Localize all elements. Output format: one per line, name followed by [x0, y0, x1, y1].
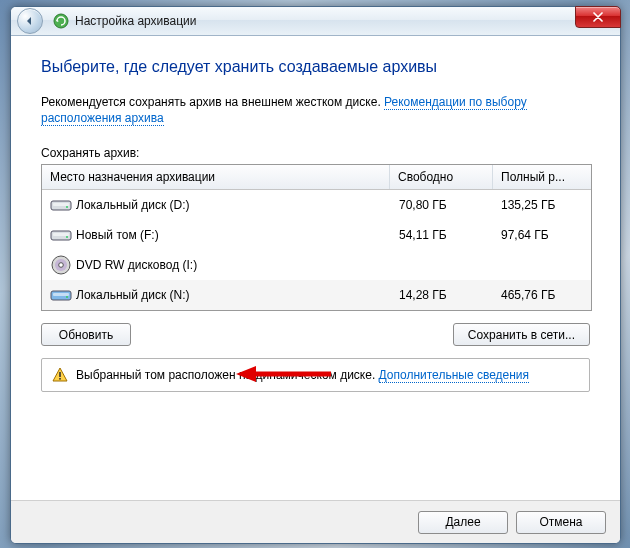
- close-button[interactable]: [575, 6, 621, 28]
- drive-row[interactable]: Новый том (F:)54,11 ГБ97,64 ГБ: [42, 220, 591, 250]
- recommendation-text: Рекомендуется сохранять архив на внешнем…: [41, 94, 590, 126]
- drive-row[interactable]: DVD RW дисковод (I:): [42, 250, 591, 280]
- svg-rect-13: [59, 372, 61, 377]
- action-button-row: Обновить Сохранить в сети...: [41, 323, 590, 346]
- refresh-button[interactable]: Обновить: [41, 323, 131, 346]
- backup-app-icon: [53, 13, 69, 29]
- svg-point-9: [59, 263, 64, 268]
- drive-row[interactable]: Локальный диск (D:)70,80 ГБ135,25 ГБ: [42, 190, 591, 220]
- svg-rect-5: [53, 233, 69, 236]
- drive-row[interactable]: Локальный диск (N:)14,28 ГБ465,76 ГБ: [42, 280, 591, 310]
- svg-point-3: [66, 206, 68, 208]
- save-to-label: Сохранять архив:: [41, 146, 590, 160]
- footer: Далее Отмена: [11, 500, 620, 543]
- drive-free: 54,11 ГБ: [391, 228, 493, 242]
- back-button[interactable]: [17, 8, 43, 34]
- drive-free: 70,80 ГБ: [391, 198, 493, 212]
- drive-name: Локальный диск (D:): [74, 198, 391, 212]
- warning-box: Выбранный том расположен на динамическом…: [41, 358, 590, 392]
- svg-rect-14: [59, 378, 61, 380]
- column-header-free[interactable]: Свободно: [390, 165, 493, 189]
- drive-total: 97,64 ГБ: [493, 228, 591, 242]
- drive-name: DVD RW дисковод (I:): [74, 258, 391, 272]
- dvd-drive-icon: [48, 255, 74, 275]
- window-title: Настройка архивации: [75, 14, 197, 28]
- svg-point-12: [66, 296, 68, 298]
- drive-free: 14,28 ГБ: [391, 288, 493, 302]
- svg-rect-2: [53, 203, 69, 206]
- drive-name: Локальный диск (N:): [74, 288, 391, 302]
- hard-drive-icon: [48, 198, 74, 212]
- svg-point-0: [54, 14, 68, 28]
- titlebar[interactable]: Настройка архивации: [11, 7, 620, 36]
- svg-rect-11: [53, 293, 69, 296]
- svg-point-6: [66, 236, 68, 238]
- hard-drive-icon: [48, 228, 74, 242]
- cancel-button[interactable]: Отмена: [516, 511, 606, 534]
- window-frame: Настройка архивации Выберите, где следуе…: [10, 6, 621, 544]
- content-area: Выберите, где следует хранить создаваемы…: [11, 36, 620, 500]
- column-header-total[interactable]: Полный р...: [493, 165, 591, 189]
- save-network-button[interactable]: Сохранить в сети...: [453, 323, 590, 346]
- drive-total: 465,76 ГБ: [493, 288, 591, 302]
- warning-more-link[interactable]: Дополнительные сведения: [379, 368, 529, 383]
- drive-total: 135,25 ГБ: [493, 198, 591, 212]
- drive-list: Место назначения архивации Свободно Полн…: [41, 164, 592, 311]
- warning-icon: [52, 367, 68, 383]
- drive-name: Новый том (F:): [74, 228, 391, 242]
- warning-text: Выбранный том расположен на динамическом…: [76, 368, 529, 382]
- next-button[interactable]: Далее: [418, 511, 508, 534]
- hard-drive-icon: [48, 288, 74, 302]
- column-header-name[interactable]: Место назначения архивации: [42, 165, 390, 189]
- drive-list-header: Место назначения архивации Свободно Полн…: [42, 165, 591, 190]
- page-heading: Выберите, где следует хранить создаваемы…: [41, 58, 590, 76]
